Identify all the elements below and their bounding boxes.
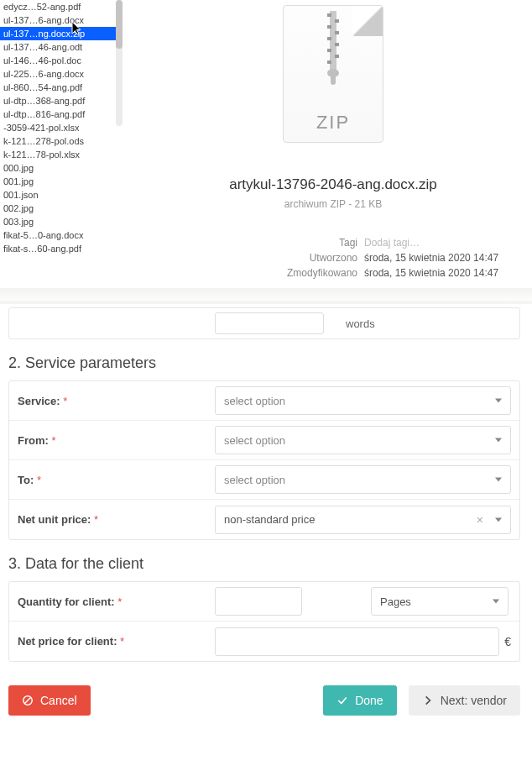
order-form-pane: words 2. Service parameters Service: * s… — [0, 304, 532, 771]
service-select[interactable]: select option — [215, 386, 511, 415]
to-select[interactable]: select option — [215, 465, 511, 494]
from-select[interactable]: select option — [215, 426, 511, 454]
button-bar: Cancel Done Next: vendor — [8, 685, 520, 716]
file-item[interactable]: ul-146…46-pol.doc — [0, 54, 116, 67]
preview-subtitle: archiwum ZIP - 21 KB — [134, 198, 532, 210]
words-unit-label: words — [324, 317, 397, 330]
service-label: Service: — [18, 395, 60, 407]
file-picker-pane: edycz…52-ang.pdful-137…6-ang.docxul-137…… — [0, 0, 532, 301]
done-button[interactable]: Done — [323, 685, 396, 716]
quantity-unit-select[interactable]: Pages — [371, 587, 509, 616]
row-quantity-client: Quantity for client: * Pages — [9, 582, 519, 622]
file-item[interactable]: k-121…78-pol.xlsx — [0, 148, 116, 161]
file-item[interactable]: fikat-5…0-ang.docx — [0, 228, 116, 242]
file-item[interactable]: 000.jpg — [0, 161, 116, 175]
chevron-down-icon — [495, 438, 502, 443]
chevron-down-icon — [495, 478, 502, 482]
preview-meta-row: Zmodyfikowanośroda, 15 kwietnia 2020 14:… — [134, 265, 515, 281]
next-button-label: Next: vendor — [441, 694, 507, 707]
svg-rect-2 — [335, 19, 339, 23]
section2-box: Service: * select option From: * select … — [8, 380, 520, 540]
chevron-down-icon — [495, 399, 502, 403]
meta-label: Utworzono — [310, 252, 357, 264]
words-input[interactable] — [215, 312, 324, 334]
from-label: From: — [18, 434, 49, 447]
file-preview-pane: ZIP artykul-13796-2046-ang.docx.zip arch… — [134, 0, 532, 288]
section3-box: Quantity for client: * Pages Net price f… — [8, 581, 520, 662]
row-service: Service: * select option — [9, 381, 519, 421]
row-from: From: * select option — [9, 421, 519, 460]
meta-value[interactable]: Dodaj tagi… — [364, 237, 515, 249]
clear-icon[interactable]: × — [477, 513, 483, 527]
svg-rect-3 — [327, 25, 331, 29]
to-label: To: — [18, 474, 34, 486]
svg-rect-7 — [327, 49, 331, 52]
svg-rect-5 — [327, 37, 331, 40]
quantity-unit-value: Pages — [380, 595, 411, 608]
from-select-placeholder: select option — [224, 434, 285, 447]
preview-meta-table: TagiDodaj tagi…Utworzonośroda, 15 kwietn… — [134, 235, 515, 281]
net-unit-price-select[interactable]: non-standard price × — [215, 506, 511, 534]
net-unit-price-value: non-standard price — [224, 513, 315, 526]
preview-filename: artykul-13796-2046-ang.docx.zip — [134, 176, 532, 193]
row-net-unit-price: Net unit price: * non-standard price × — [9, 500, 519, 539]
svg-rect-11 — [331, 73, 336, 85]
currency-label: € — [504, 635, 511, 648]
preview-meta-row: TagiDodaj tagi… — [134, 235, 515, 250]
net-price-client-label: Net price for client: — [18, 635, 117, 648]
chevron-down-icon — [495, 517, 502, 522]
chevron-right-icon — [422, 695, 434, 706]
file-item[interactable]: edycz…52-ang.pdf — [0, 0, 116, 13]
svg-rect-6 — [335, 43, 339, 46]
next-vendor-button[interactable]: Next: vendor — [409, 685, 520, 716]
file-item[interactable]: fikat-s…60-ang.pdf — [0, 242, 116, 255]
svg-rect-1 — [327, 13, 331, 17]
svg-line-13 — [25, 698, 31, 704]
net-unit-price-label: Net unit price: — [18, 513, 91, 526]
svg-rect-4 — [335, 31, 339, 34]
meta-value: środa, 15 kwietnia 2020 14:47 — [364, 252, 515, 264]
meta-label: Tagi — [339, 237, 357, 249]
check-icon — [336, 695, 348, 706]
to-select-placeholder: select option — [224, 474, 285, 486]
section2-title: 2. Service parameters — [8, 354, 524, 372]
file-item[interactable]: ul-137…46-ang.odt — [0, 40, 116, 54]
file-item[interactable]: ul-137…6-ang.docx — [0, 13, 116, 27]
file-item[interactable]: ul-860…54-ang.pdf — [0, 81, 116, 94]
svg-rect-8 — [335, 55, 339, 58]
cancel-button[interactable]: Cancel — [8, 685, 91, 716]
svg-rect-9 — [327, 60, 331, 64]
cancel-button-label: Cancel — [40, 694, 77, 707]
row-to: To: * select option — [9, 460, 519, 500]
prohibit-icon — [22, 695, 34, 706]
service-select-placeholder: select option — [224, 395, 285, 407]
file-item[interactable]: 002.jpg — [0, 202, 116, 215]
section3-title: 3. Data for the client — [8, 555, 524, 573]
file-item[interactable]: 001.json — [0, 188, 116, 202]
preview-meta-row: Utworzonośroda, 15 kwietnia 2020 14:47 — [134, 250, 515, 265]
file-list[interactable]: edycz…52-ang.pdful-137…6-ang.docxul-137…… — [0, 0, 116, 288]
file-item[interactable]: 001.jpg — [0, 175, 116, 188]
meta-value: środa, 15 kwietnia 2020 14:47 — [364, 267, 515, 279]
row-net-price-client: Net price for client: * € — [9, 622, 519, 661]
quantity-client-input[interactable] — [215, 587, 302, 616]
file-item[interactable]: ul-137…ng.docx.zip — [0, 27, 116, 40]
meta-label: Zmodyfikowano — [287, 267, 357, 279]
file-item[interactable]: -3059-421-pol.xlsx — [0, 121, 116, 134]
quantity-client-label: Quantity for client: — [18, 595, 115, 608]
file-item[interactable]: ul-dtp…816-ang.pdf — [0, 108, 116, 121]
file-item[interactable]: 003.jpg — [0, 215, 116, 228]
file-item[interactable]: ul-225…6-ang.docx — [0, 67, 116, 81]
file-item[interactable]: ul-dtp…368-ang.pdf — [0, 94, 116, 108]
section1-tail: words — [8, 307, 520, 339]
net-price-client-input[interactable] — [215, 627, 499, 656]
zip-file-icon: ZIP — [283, 5, 383, 143]
chevron-down-icon — [493, 600, 499, 604]
file-list-scrollbar-thumb[interactable] — [116, 0, 123, 49]
done-button-label: Done — [355, 694, 383, 707]
pane-divider-shadow — [0, 288, 532, 303]
zip-icon-label: ZIP — [284, 112, 383, 134]
file-item[interactable]: k-121…278-pol.ods — [0, 134, 116, 148]
